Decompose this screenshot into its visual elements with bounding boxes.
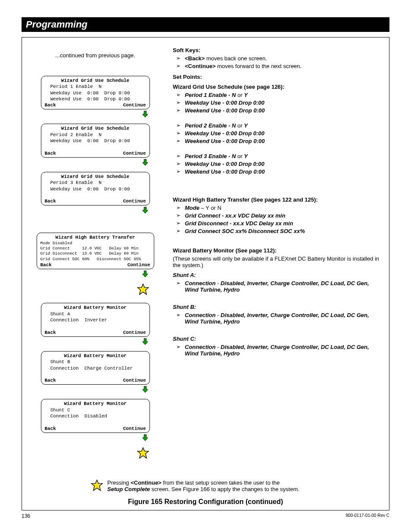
- lcd-line: Weekday Use 0:00 Drop 0:00: [45, 138, 146, 144]
- list-item: Connection - Disabled, Inverter, Charge …: [173, 344, 380, 357]
- back-softkey[interactable]: Back: [40, 262, 52, 268]
- back-softkey[interactable]: Back: [45, 150, 56, 156]
- lcd-line: Grid Connect SOC 60% Disconnect SOC 95%: [40, 257, 150, 262]
- param: Connection: [185, 344, 216, 350]
- param: Grid Disconnect - xx.x VDC Delay xx min: [185, 220, 293, 227]
- param: Connection: [185, 280, 216, 286]
- content-frame: ...continued from previous page. Wizard …: [22, 37, 389, 510]
- lcd-line: Weekday Use 0:00 Drop 0:00: [45, 90, 146, 96]
- page-footer: 136 900-0117-01-00 Rev C: [22, 513, 389, 519]
- lcd-line: [45, 371, 146, 377]
- page: Programming ...continued from previous p…: [0, 0, 411, 526]
- list-item: Period 1 Enable - N or Y: [173, 92, 380, 98]
- wizard-grid-heading: Wizard Grid Use Schedule (see page 126):: [173, 84, 380, 90]
- lcd-screen-6: Wizard Battery Monitor Shunt B Connectio…: [41, 351, 150, 385]
- lcd-title: Wizard Grid Use Schedule: [45, 174, 146, 180]
- param: Weekday Use - 0:00 Drop 0:00: [185, 130, 265, 137]
- back-softkey[interactable]: Back: [45, 198, 56, 204]
- softkeys-heading: Soft Keys:: [173, 47, 380, 53]
- continue-softkey[interactable]: Continue: [123, 330, 146, 336]
- lcd-title: Wizard Battery Monitor: [45, 353, 146, 359]
- list-item: Weekday Use - 0:00 Drop 0:00: [173, 161, 380, 167]
- list-item: Mode – Y or N: [173, 205, 380, 211]
- param: Grid Connect SOC xx% Disconnect SOC xx%: [185, 228, 305, 234]
- continued-note: ...continued from previous page.: [31, 52, 160, 59]
- down-arrow-icon: [31, 434, 160, 443]
- screen-name: Setup Complete: [107, 486, 150, 492]
- shunt-c-heading: Shunt C:: [173, 336, 380, 342]
- wizard-hbt-heading: Wizard High Battery Transfer (See pages …: [173, 196, 380, 203]
- back-softkey[interactable]: Back: [45, 102, 56, 108]
- continue-softkey[interactable]: Continue: [123, 377, 146, 383]
- continue-softkey[interactable]: Continue: [123, 426, 146, 432]
- text: – Y or N: [199, 205, 221, 211]
- shunt-a-heading: Shunt A:: [173, 272, 380, 278]
- lcd-line: Connection Disabled: [45, 413, 146, 419]
- wizard-bm-heading: Wizard Battery Monitor (See page 112):: [173, 247, 380, 254]
- lcd-line: [45, 419, 146, 425]
- down-arrow-icon: [31, 159, 160, 168]
- list-item: Weekday Use - 0:00 Drop 0:00: [173, 130, 380, 137]
- down-arrow-icon: [31, 386, 160, 395]
- text: -: [216, 312, 221, 318]
- list-item: Weekend Use - 0:00 Drop 0:00: [173, 107, 380, 114]
- lcd-line: [45, 144, 146, 150]
- down-arrow-icon: [31, 206, 160, 215]
- continue-softkey[interactable]: Continue: [123, 102, 146, 108]
- lcd-title: Wizard Battery Monitor: [45, 401, 146, 407]
- star-icon: [91, 479, 103, 493]
- param: Connection: [185, 312, 216, 318]
- lcd-screen-4: Wizard High Battery Transfer Mode Disabl…: [37, 233, 154, 269]
- text: -: [216, 280, 221, 286]
- lcd-line: Weekday Use 0:00 Drop 0:00: [45, 186, 146, 192]
- back-softkey[interactable]: Back: [45, 426, 56, 432]
- revision: 900-0117-01-00 Rev C: [346, 513, 389, 519]
- figure-caption: Figure 165 Restoring Configuration (cont…: [31, 498, 380, 506]
- down-arrow-icon: [31, 270, 160, 279]
- param: Grid Connect - xx.x VDC Delay xx min: [185, 212, 285, 219]
- key-desc: moves back one screen.: [205, 55, 267, 62]
- text: -: [216, 344, 221, 350]
- key-name: <Continue>: [185, 63, 216, 69]
- list-item: Grid Disconnect - xx.x VDC Delay xx min: [173, 220, 380, 227]
- param: Mode: [185, 205, 199, 211]
- svg-marker-2: [91, 480, 103, 491]
- param: Period 1 Enable - N: [185, 92, 236, 98]
- continue-softkey[interactable]: Continue: [123, 198, 146, 204]
- lcd-line: Period 2 Enable N: [45, 132, 146, 138]
- lcd-line: [45, 192, 146, 198]
- lcd-screen-1: Wizard Grid Use Schedule Period 1 Enable…: [41, 76, 150, 109]
- text: or: [236, 153, 244, 159]
- lcd-line: Mode Disabled: [40, 241, 150, 246]
- text: or: [236, 122, 244, 129]
- final-note: Pressing <Continue> from the last setup …: [31, 479, 380, 493]
- star-icon: [31, 283, 160, 297]
- text: or: [236, 92, 244, 98]
- lcd-line: Connection Charge Controller: [45, 365, 146, 371]
- lcd-line: Connection Inverter: [45, 317, 146, 323]
- lcd-line: [45, 323, 146, 329]
- param: Y: [244, 92, 248, 98]
- list-item: Connection - Disabled, Inverter, Charge …: [173, 280, 380, 293]
- down-arrow-icon: [31, 338, 160, 347]
- lcd-line: Grid Connect 12.0 VDC Delay 60 Min: [40, 246, 150, 251]
- section-header: Programming: [22, 17, 389, 32]
- lcd-line: Grid Disconnect 13.0 VDC Delay 60 Min: [40, 251, 150, 256]
- list-item: Weekend Use - 0:00 Drop 0:00: [173, 168, 380, 175]
- list-item: Weekend Use - 0:00 Drop 0:00: [173, 138, 380, 144]
- list-item: Grid Connect - xx.x VDC Delay xx min: [173, 212, 380, 219]
- setpoints-heading: Set Points:: [173, 74, 380, 80]
- lcd-title: Wizard High Battery Transfer: [40, 234, 150, 240]
- lcd-line: Period 3 Enable N: [45, 180, 146, 186]
- shunt-b-heading: Shunt B:: [173, 304, 380, 310]
- back-softkey[interactable]: Back: [45, 330, 56, 336]
- right-column: Soft Keys: <Back> moves back one screen.…: [173, 44, 380, 467]
- param: Weekday Use - 0:00 Drop 0:00: [185, 100, 265, 106]
- lcd-screen-5: Wizard Battery Monitor Shunt A Connectio…: [41, 303, 150, 336]
- text: from the last setup screen takes the use…: [162, 479, 280, 486]
- continue-softkey[interactable]: Continue: [123, 150, 146, 156]
- continue-softkey[interactable]: Continue: [128, 262, 150, 268]
- list-item: <Continue> moves forward to the next scr…: [173, 63, 380, 69]
- back-softkey[interactable]: Back: [45, 377, 56, 383]
- key-name: <Continue>: [131, 479, 162, 486]
